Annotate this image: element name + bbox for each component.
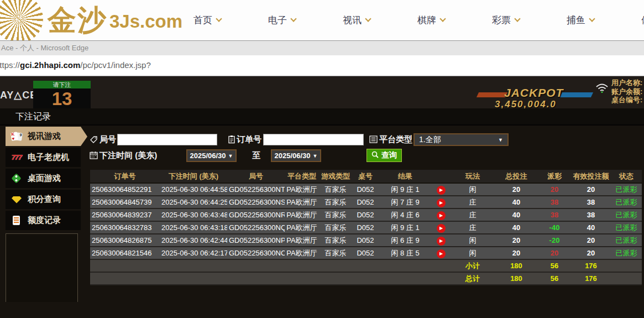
cell-round-id: GD052256300NO bbox=[227, 247, 285, 259]
modal-sidebar: K♥9 视讯游戏 777 电子老虎机 桌面游戏 积分查询 额度记录 bbox=[6, 127, 81, 232]
cell-table-no: D052 bbox=[352, 221, 379, 234]
nav-label: 首页 bbox=[193, 14, 212, 27]
col-status: 状态 bbox=[611, 170, 642, 183]
cell-table-no: D052 bbox=[352, 208, 379, 221]
date-to-picker[interactable]: 2025/06/30 ▼ bbox=[271, 149, 321, 162]
col-result: 结果 bbox=[379, 170, 432, 183]
replay-video-button[interactable]: ▶ bbox=[437, 237, 446, 246]
sidebar-item-points-query[interactable]: 积分查询 bbox=[6, 190, 81, 209]
jackpot-ribbon-left bbox=[477, 92, 507, 97]
platform-type-select[interactable]: 1.全部 ▼ bbox=[413, 133, 509, 146]
date-from-picker[interactable]: 2025/06/30 ▼ bbox=[186, 149, 237, 162]
cell-payout: -40 bbox=[538, 221, 571, 234]
nav-item-cards[interactable]: 棋牌 bbox=[417, 14, 445, 27]
table-row: 250630064839237 2025-06-30 06:43:48 GD05… bbox=[90, 208, 642, 221]
col-play: 玩法 bbox=[451, 170, 495, 183]
sidebar-item-label: 桌面游戏 bbox=[28, 173, 61, 184]
order-id-label: 订单号 bbox=[237, 134, 261, 145]
nav-label: 彩票 bbox=[492, 14, 511, 27]
cell-bet-time: 2025-06-30 06:43:18 bbox=[160, 221, 227, 234]
table-row: 250630064826875 2025-06-30 06:42:44 GD05… bbox=[90, 234, 642, 247]
logo-chinese: 金沙 bbox=[48, 1, 107, 40]
cell-status: 已派彩 bbox=[611, 208, 642, 221]
round-id-input[interactable] bbox=[117, 134, 217, 145]
nav-item-lottery[interactable]: 彩票 bbox=[492, 14, 520, 27]
nav-item-live[interactable]: 视讯 bbox=[343, 14, 370, 27]
cell-result: 闲 6 庄 9 bbox=[379, 234, 432, 247]
sidebar-item-credit-records[interactable]: 额度记录 bbox=[6, 211, 81, 230]
cell-valid-bet: 20 bbox=[571, 234, 611, 247]
replay-video-button[interactable]: ▶ bbox=[437, 249, 446, 258]
caret-down-icon: ▼ bbox=[313, 153, 318, 159]
caret-down-icon: ▼ bbox=[498, 137, 503, 143]
cell-valid-bet: 20 bbox=[571, 247, 611, 259]
sidebar-item-label: 视讯游戏 bbox=[28, 131, 61, 142]
cell-result: 闲 9 庄 1 bbox=[379, 183, 432, 196]
table-id-label: 桌台编号: bbox=[611, 96, 642, 105]
nav-label: 视讯 bbox=[343, 14, 362, 27]
countdown-number: 13 bbox=[33, 88, 91, 108]
order-id-input[interactable] bbox=[263, 134, 364, 145]
cell-round-id: GD052256300NT bbox=[227, 183, 285, 196]
cell-game-type: 百家乐 bbox=[319, 196, 352, 208]
col-valid-bet: 有效投注额 bbox=[571, 170, 611, 183]
nav-item-slots[interactable]: 电子 bbox=[268, 14, 296, 27]
col-game-type: 游戏类型 bbox=[319, 170, 352, 183]
wifi-icon bbox=[595, 82, 609, 96]
col-replay bbox=[432, 170, 451, 183]
tag-icon bbox=[90, 135, 98, 146]
cell-table-no: D052 bbox=[352, 247, 379, 259]
sidebar-item-slot-machines[interactable]: 777 电子老虎机 bbox=[6, 148, 81, 167]
cell-play: 闲 bbox=[451, 234, 495, 247]
nav-item-sports[interactable]: 体育 bbox=[641, 14, 644, 27]
table-row: 250630064821546 2025-06-30 06:42:17 GD05… bbox=[90, 247, 642, 259]
sidebar-item-label: 积分查询 bbox=[28, 194, 61, 205]
nav-label: 体育 bbox=[641, 14, 644, 27]
date-to-value: 2025/06/30 bbox=[275, 152, 311, 160]
subtotal-status-spacer bbox=[611, 259, 642, 272]
col-total-bet: 总投注 bbox=[495, 170, 538, 183]
jackpot-label: JACKPOT bbox=[504, 86, 563, 99]
grand-total-label: 总计 bbox=[451, 272, 495, 285]
cell-order-id: 250630064852291 bbox=[90, 183, 160, 196]
cell-platform: PA欧洲厅 bbox=[285, 247, 319, 259]
cell-total-bet: 40 bbox=[495, 221, 538, 234]
cell-payout: 20 bbox=[538, 247, 571, 259]
address-bar[interactable]: https://gci.2hhapi.com/pc/pcv1/index.jsp… bbox=[0, 55, 644, 76]
chevron-down-icon bbox=[439, 15, 446, 22]
cell-valid-bet: 38 bbox=[571, 208, 611, 221]
cell-status: 已派彩 bbox=[611, 247, 642, 259]
round-id-label: 局号 bbox=[100, 134, 116, 145]
dice-icon bbox=[11, 173, 23, 184]
cell-order-id: 250630064845739 bbox=[90, 196, 160, 208]
search-button-label: 查询 bbox=[381, 150, 397, 160]
logo-domain: 3Js.com bbox=[109, 11, 182, 32]
cell-bet-time: 2025-06-30 06:42:44 bbox=[160, 234, 227, 247]
bet-prompt: 请下注 bbox=[33, 81, 91, 88]
game-background-strip: LAY△CE 请下注 13 JACKPOT 3,450,004.0 用户名称: … bbox=[0, 76, 644, 108]
nav-item-home[interactable]: 首页 bbox=[193, 14, 221, 27]
replay-video-button[interactable]: ▶ bbox=[437, 186, 446, 195]
platform-type-label: 平台类型 bbox=[379, 134, 412, 145]
sidebar-item-table-games[interactable]: 桌面游戏 bbox=[6, 169, 81, 188]
col-platform: 平台类型 bbox=[285, 170, 319, 183]
search-icon bbox=[371, 151, 379, 160]
search-button[interactable]: 查询 bbox=[366, 149, 402, 162]
cell-platform: PA欧洲厅 bbox=[285, 208, 319, 221]
cell-platform: PA欧洲厅 bbox=[285, 234, 319, 247]
cell-play: 庄 bbox=[451, 208, 495, 221]
table-row: 250630064852291 2025-06-30 06:44:58 GD05… bbox=[90, 183, 642, 196]
col-bet-time: 下注时间 (美东) bbox=[160, 170, 227, 183]
site-header: 金沙 3Js.com 首页 电子 视讯 棋牌 彩票 捕鱼 体育 bbox=[0, 0, 644, 40]
cell-game-type: 百家乐 bbox=[319, 221, 352, 234]
replay-video-button[interactable]: ▶ bbox=[437, 224, 446, 233]
sidebar-item-live-games[interactable]: K♥9 视讯游戏 bbox=[6, 127, 81, 146]
replay-video-button[interactable]: ▶ bbox=[437, 199, 446, 207]
grand-total-row: 总计 180 56 176 bbox=[90, 272, 642, 285]
replay-video-button[interactable]: ▶ bbox=[437, 211, 446, 220]
jackpot-banner: JACKPOT bbox=[504, 86, 563, 100]
nav-item-fishing[interactable]: 捕鱼 bbox=[567, 14, 594, 27]
cell-total-bet: 20 bbox=[495, 183, 538, 196]
subtotal-label: 小计 bbox=[451, 259, 495, 272]
cell-result: 闲 9 庄 1 bbox=[379, 221, 432, 234]
